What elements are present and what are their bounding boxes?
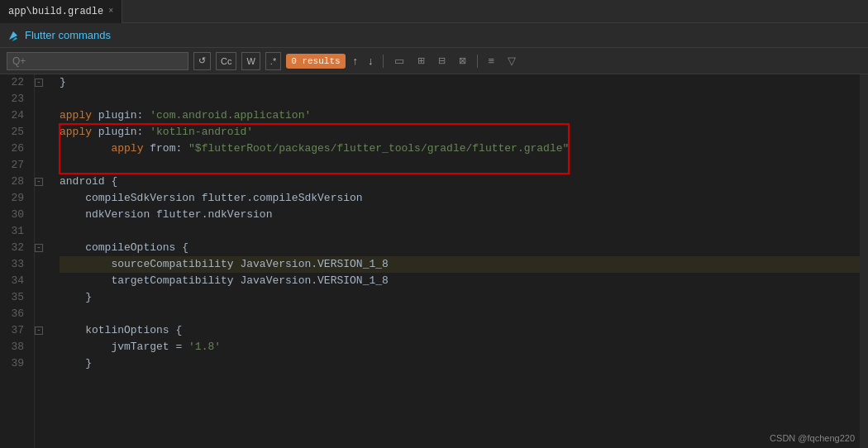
code-line-33: sourceCompatibility JavaVersion.VERSION_… — [60, 256, 860, 273]
search-bar: ↺ Cc W .* 0 results ↑ ↓ ▭ ⊞ ⊟ ⊠ ≡ ▽ — [0, 48, 868, 74]
code-line-30: ndkVersion flutter.ndkVersion — [60, 207, 860, 223]
line-num-25: 25 — [3, 124, 27, 141]
code-line-26: apply from: "$flutterRoot/packages/flutt… — [60, 141, 860, 157]
line-num-23: 23 — [3, 91, 27, 107]
gutter-23 — [35, 91, 50, 107]
code-gutter: - - - - — [35, 74, 50, 448]
line-num-34: 34 — [3, 273, 27, 289]
code-line-29: compileSdkVersion flutter.compileSdkVers… — [60, 190, 860, 207]
code-line-26-str: "$flutterRoot/packages/flutter_tools/gra… — [188, 142, 569, 155]
bottom-label: CSDN @fqcheng220 — [770, 433, 855, 443]
search-icon-btn-2[interactable]: ⊞ — [413, 53, 429, 69]
code-line-26-kw: apply — [111, 142, 143, 155]
code-line-30-content: ndkVersion flutter.ndkVersion — [60, 207, 272, 223]
line-num-35: 35 — [3, 289, 27, 306]
fold-28[interactable]: - — [35, 178, 43, 186]
tab-bar: app\build.gradle × — [0, 0, 868, 23]
gutter-31 — [35, 223, 50, 240]
code-line-38-str: '1.8' — [188, 339, 221, 355]
search-separator-2 — [477, 55, 478, 68]
code-line-26-plain: from: — [143, 142, 188, 155]
code-line-28: android { — [60, 174, 860, 190]
code-line-38: jvmTarget = '1.8' — [60, 339, 860, 355]
gutter-30 — [35, 207, 50, 223]
search-regex-button[interactable]: .* — [265, 52, 281, 70]
code-line-24-str: 'com.android.application' — [150, 107, 311, 124]
gutter-26 — [35, 141, 50, 157]
line-num-37: 37 — [3, 322, 27, 339]
line-num-39: 39 — [3, 355, 27, 372]
gutter-28: - — [35, 174, 50, 190]
tab-label: app\build.gradle — [8, 6, 103, 17]
search-results-badge: 0 results — [286, 54, 345, 69]
code-line-33-content: sourceCompatibility JavaVersion.VERSION_… — [60, 256, 389, 273]
line-num-30: 30 — [3, 207, 27, 223]
search-input-wrapper[interactable] — [7, 52, 188, 70]
search-icon-btn-5[interactable]: ≡ — [484, 52, 499, 69]
code-line-29-content: compileSdkVersion flutter.compileSdkVers… — [60, 190, 363, 207]
fold-37[interactable]: - — [35, 326, 43, 335]
code-line-32-content: compileOptions { — [60, 240, 188, 256]
code-line-38-plain: jvmTarget = — [60, 339, 188, 355]
gutter-36 — [35, 306, 50, 322]
tab-close-button[interactable]: × — [108, 7, 113, 16]
fold-32[interactable]: - — [35, 244, 43, 252]
line-numbers: 22 23 24 25 26 27 28 29 30 31 32 33 34 3… — [0, 74, 35, 448]
gutter-34 — [35, 273, 50, 289]
code-content[interactable]: } apply plugin: 'com.android.application… — [50, 74, 860, 448]
gutter-27 — [35, 157, 50, 174]
tab-build-gradle[interactable]: app\build.gradle × — [0, 0, 122, 23]
code-line-35-content: } — [60, 289, 92, 306]
code-line-34-content: targetCompatibility JavaVersion.VERSION_… — [60, 273, 389, 289]
code-line-24: apply plugin: 'com.android.application' — [60, 107, 860, 124]
code-line-35: } — [60, 289, 860, 306]
code-line-39-content: } — [60, 355, 92, 372]
gutter-22: - — [35, 74, 50, 91]
code-line-34: targetCompatibility JavaVersion.VERSION_… — [60, 273, 860, 289]
flutter-logo-svg — [7, 30, 19, 41]
search-icon-btn-4[interactable]: ⊠ — [455, 53, 470, 69]
search-icon-btn-3[interactable]: ⊟ — [434, 53, 450, 69]
line-num-33: 33 — [3, 256, 27, 273]
code-area: 22 23 24 25 26 27 28 29 30 31 32 33 34 3… — [0, 74, 868, 448]
gutter-24 — [35, 107, 50, 124]
search-icon-btn-6[interactable]: ▽ — [503, 52, 520, 69]
line-num-38: 38 — [3, 339, 27, 355]
gutter-35 — [35, 289, 50, 306]
scrollbar[interactable] — [860, 74, 868, 448]
code-line-22: } — [60, 74, 860, 91]
code-line-28-content: android { — [60, 174, 117, 190]
code-line-27 — [60, 157, 860, 174]
search-word-button[interactable]: W — [241, 52, 260, 70]
search-input[interactable] — [12, 55, 183, 67]
line-num-32: 32 — [3, 240, 27, 256]
search-nav-down-button[interactable]: ↓ — [365, 53, 376, 69]
flutter-icon — [7, 29, 20, 42]
line-num-26: 26 — [3, 141, 27, 157]
code-line-23 — [60, 91, 860, 107]
gutter-32: - — [35, 240, 50, 256]
code-line-24-plain: plugin: — [92, 107, 150, 124]
search-separator-1 — [383, 55, 384, 68]
line-num-22: 22 — [3, 74, 27, 91]
code-line-31 — [60, 223, 860, 240]
search-case-button[interactable]: Cc — [216, 52, 236, 70]
flutter-commands-bar: Flutter commands — [0, 23, 868, 48]
search-icon-btn-1[interactable]: ▭ — [390, 52, 408, 69]
search-refresh-button[interactable]: ↺ — [193, 52, 211, 70]
line-num-27: 27 — [3, 157, 27, 174]
code-line-37-content: kotlinOptions { — [60, 322, 182, 339]
code-line-32: compileOptions { — [60, 240, 860, 256]
gutter-37: - — [35, 322, 50, 339]
line-num-36: 36 — [3, 306, 27, 322]
fold-22[interactable]: - — [35, 79, 43, 87]
gutter-25 — [35, 124, 50, 141]
flutter-commands-label: Flutter commands — [25, 29, 111, 41]
line-num-24: 24 — [3, 107, 27, 124]
code-line-22-content: } — [60, 74, 66, 91]
line-num-31: 31 — [3, 223, 27, 240]
gutter-29 — [35, 190, 50, 207]
line-num-28: 28 — [3, 174, 27, 190]
code-line-36 — [60, 306, 860, 322]
search-nav-up-button[interactable]: ↑ — [351, 53, 361, 69]
